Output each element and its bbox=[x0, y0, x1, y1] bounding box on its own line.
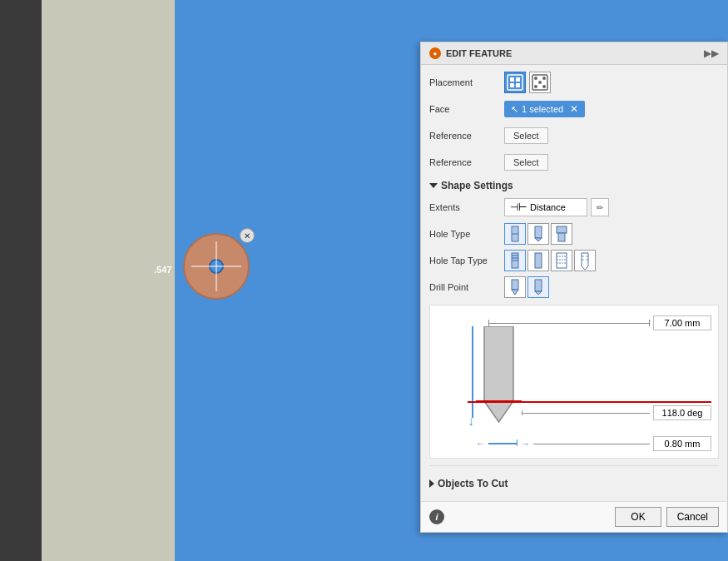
svg-rect-22 bbox=[557, 253, 567, 268]
drill-point-label: Drill Point bbox=[429, 282, 504, 292]
hole-tap-type-control bbox=[504, 250, 719, 271]
extents-label: Extents bbox=[429, 202, 504, 212]
hole-tap-type-row: Hole Tap Type bbox=[429, 250, 719, 271]
shape-settings-header: Shape Settings bbox=[429, 180, 719, 191]
svg-point-10 bbox=[538, 81, 542, 84]
svg-marker-29 bbox=[512, 290, 518, 295]
hole-type-row: Hole Type bbox=[429, 223, 719, 245]
reference-control-1: Select bbox=[504, 127, 719, 144]
panel-body: Placement bbox=[421, 65, 727, 501]
hole-tap-btn-2[interactable] bbox=[527, 250, 549, 271]
hole-tap-btn-4[interactable] bbox=[574, 250, 596, 271]
drill-point-row: Drill Point bbox=[429, 276, 719, 298]
drill-circle: ✕ bbox=[183, 233, 250, 300]
hole-type-btn-group bbox=[504, 223, 572, 245]
extents-control: ⊣⊢ Distance ✏ bbox=[504, 198, 719, 216]
placement-control bbox=[504, 72, 719, 93]
svg-rect-30 bbox=[535, 280, 542, 291]
svg-marker-31 bbox=[535, 291, 542, 295]
svg-rect-0 bbox=[508, 75, 522, 90]
extents-edit-button[interactable]: ✏ bbox=[591, 198, 609, 216]
svg-point-7 bbox=[542, 77, 546, 80]
svg-rect-1 bbox=[510, 77, 514, 82]
panel-title-text: EDIT FEATURE bbox=[446, 48, 512, 58]
svg-rect-32 bbox=[484, 326, 513, 401]
svg-rect-13 bbox=[535, 226, 542, 238]
objects-to-cut-label: Objects To Cut bbox=[438, 478, 508, 489]
hole-type-btn-1[interactable] bbox=[504, 223, 526, 245]
hole-tap-btn-1[interactable] bbox=[504, 250, 526, 271]
shape-settings-label: Shape Settings bbox=[441, 180, 513, 191]
svg-rect-4 bbox=[516, 83, 520, 87]
svg-point-6 bbox=[534, 77, 537, 80]
left-dark-panel bbox=[0, 0, 42, 561]
drill-point-btn-group bbox=[504, 276, 549, 298]
distance-icon: ⊣⊢ bbox=[510, 201, 527, 213]
reference-row-1: Reference Select bbox=[429, 125, 719, 146]
measurement-label: .547 bbox=[154, 265, 171, 275]
panel-header: ● EDIT FEATURE ▶▶ bbox=[421, 42, 727, 65]
hole-type-btn-3[interactable] bbox=[551, 223, 572, 245]
drill-point-btn-2[interactable] bbox=[527, 276, 549, 298]
reference-label-2: Reference bbox=[429, 157, 504, 167]
face-clear-button[interactable]: ✕ bbox=[570, 103, 578, 115]
cursor-icon: ↖ bbox=[511, 104, 518, 115]
svg-marker-33 bbox=[484, 401, 513, 422]
dim-mid-value[interactable]: 118.0 deg bbox=[653, 405, 711, 420]
panel-footer: i OK Cancel bbox=[421, 501, 727, 532]
placement-row: Placement bbox=[429, 72, 719, 93]
objects-to-cut-section: Objects To Cut bbox=[429, 465, 719, 489]
info-icon: i bbox=[429, 509, 444, 524]
dim-top-value[interactable]: 7.00 mm bbox=[653, 315, 711, 330]
hole-tap-type-label: Hole Tap Type bbox=[429, 256, 504, 266]
objects-to-cut-header[interactable]: Objects To Cut bbox=[429, 478, 719, 489]
svg-rect-16 bbox=[558, 233, 565, 241]
panel-title: ● EDIT FEATURE bbox=[429, 47, 512, 59]
edit-feature-panel: ● EDIT FEATURE ▶▶ Placement bbox=[420, 42, 728, 533]
title-icon: ● bbox=[429, 47, 441, 59]
extents-dropdown[interactable]: ⊣⊢ Distance bbox=[504, 198, 587, 216]
reference-row-2: Reference Select bbox=[429, 151, 719, 173]
dim-bot-value[interactable]: 0.80 mm bbox=[653, 436, 711, 451]
svg-rect-21 bbox=[535, 253, 542, 268]
drill-diagram: 7.00 mm ↓ 118.0 deg bbox=[429, 305, 719, 459]
drill-crosshair bbox=[187, 237, 245, 295]
mid-panel bbox=[42, 0, 175, 561]
select-button-2[interactable]: Select bbox=[504, 154, 548, 171]
reference-control-2: Select bbox=[504, 154, 719, 171]
svg-point-8 bbox=[534, 85, 537, 88]
svg-rect-28 bbox=[512, 280, 518, 290]
select-button-1[interactable]: Select bbox=[504, 127, 548, 144]
collapse-icon bbox=[429, 183, 438, 188]
drill-circle-container: .547 ✕ bbox=[183, 233, 250, 300]
placement-btn-2[interactable] bbox=[529, 72, 551, 93]
svg-rect-15 bbox=[557, 226, 567, 233]
face-control: ↖ 1 selected ✕ bbox=[504, 101, 719, 117]
expand-icon-objects bbox=[429, 479, 434, 488]
placement-label: Placement bbox=[429, 77, 504, 87]
hole-type-btn-2[interactable] bbox=[527, 223, 549, 245]
svg-rect-3 bbox=[510, 83, 514, 87]
extents-row: Extents ⊣⊢ Distance ✏ bbox=[429, 196, 719, 218]
reference-label-1: Reference bbox=[429, 131, 504, 141]
hole-type-control bbox=[504, 223, 719, 245]
ok-button[interactable]: OK bbox=[615, 507, 661, 527]
face-selected-badge: ↖ 1 selected ✕ bbox=[504, 101, 585, 117]
cancel-button[interactable]: Cancel bbox=[666, 507, 719, 527]
drill-point-btn-1[interactable] bbox=[504, 276, 526, 298]
extents-value-text: Distance bbox=[530, 202, 566, 212]
drill-point-control bbox=[504, 276, 719, 298]
footer-buttons: OK Cancel bbox=[615, 507, 719, 527]
placement-btn-1[interactable] bbox=[504, 72, 526, 93]
svg-rect-2 bbox=[516, 77, 520, 82]
svg-marker-14 bbox=[535, 238, 542, 241]
hole-tap-btn-3[interactable] bbox=[551, 250, 572, 271]
face-selected-text: 1 selected bbox=[522, 104, 563, 114]
face-label: Face bbox=[429, 104, 504, 114]
panel-expand-button[interactable]: ▶▶ bbox=[704, 47, 719, 59]
hole-type-label: Hole Type bbox=[429, 229, 504, 239]
compass-button[interactable]: ✕ bbox=[240, 228, 255, 243]
face-row: Face ↖ 1 selected ✕ bbox=[429, 98, 719, 120]
hole-tap-type-btn-group bbox=[504, 250, 596, 271]
svg-point-9 bbox=[542, 85, 546, 88]
